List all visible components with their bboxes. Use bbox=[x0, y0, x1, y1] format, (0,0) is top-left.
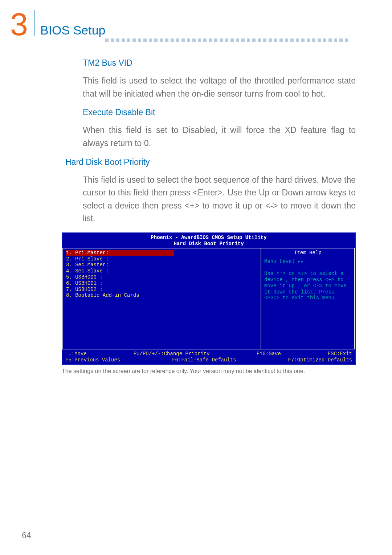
bios-footer-save: F10:Save bbox=[257, 351, 281, 357]
bios-footer: ↑↓:Move PU/PD/+/-:Change Priority F10:Sa… bbox=[62, 349, 355, 365]
bios-footer-change: PU/PD/+/-:Change Priority bbox=[134, 351, 210, 357]
paragraph-hdbp: This field is used to select the boot se… bbox=[83, 174, 356, 226]
bios-screenshot: Phoenix - AwardBIOS CMOS Setup Utility H… bbox=[62, 232, 356, 365]
bios-device-list: 1. Pri.Master: 2. Pri.Slave : 3. Sec.Mas… bbox=[63, 248, 261, 349]
bios-item: 7. USBHDD2 : bbox=[66, 287, 258, 293]
paragraph-tm2: This field is used to select the voltage… bbox=[83, 74, 356, 100]
bios-item-selected: 1. Pri.Master: bbox=[66, 250, 174, 256]
heading-tm2: TM2 Bus VID bbox=[83, 58, 356, 68]
heading-edb: Execute Disable Bit bbox=[83, 108, 356, 117]
bios-title-line1: Phoenix - AwardBIOS CMOS Setup Utility bbox=[62, 235, 355, 241]
paragraph-edb: When this field is set to Disabled, it w… bbox=[83, 124, 356, 150]
bios-title-line2: Hard Disk Boot Priority bbox=[62, 241, 355, 247]
bios-body: 1. Pri.Master: 2. Pri.Slave : 3. Sec.Mas… bbox=[62, 248, 355, 349]
heading-hdbp: Hard Disk Boot Priority bbox=[65, 157, 356, 167]
chapter-number: 3 bbox=[10, 11, 34, 38]
content-area: TM2 Bus VID This field is used to select… bbox=[65, 54, 356, 374]
bios-help-panel: Item Help Menu Level ▸▸ Use <↑> or <↓> t… bbox=[261, 248, 354, 349]
decorative-dots bbox=[105, 39, 370, 42]
bios-footer-exit: ESC:Exit bbox=[328, 351, 352, 357]
bios-footer-optimized: F7:Optimized Defaults bbox=[288, 357, 352, 363]
bios-item: 4. Sec.Slave : bbox=[66, 268, 258, 274]
bios-item: 5. USBHDD0 : bbox=[66, 274, 258, 280]
bios-item: 2. Pri.Slave : bbox=[66, 256, 258, 262]
bios-menu-level: Menu Level ▸▸ bbox=[264, 259, 351, 265]
chapter-header: 3 BIOS Setup bbox=[10, 11, 106, 38]
page-number: 64 bbox=[22, 531, 31, 540]
bios-help-text: Use <↑> or <↓> to select a device , then… bbox=[264, 271, 351, 301]
bios-item: 3. Sec.Master: bbox=[66, 262, 258, 268]
bios-title: Phoenix - AwardBIOS CMOS Setup Utility H… bbox=[62, 233, 355, 248]
bios-footer-prev: F5:Previous Values bbox=[65, 357, 120, 363]
section-title: BIOS Setup bbox=[40, 23, 106, 37]
bios-footer-move: ↑↓:Move bbox=[65, 351, 87, 357]
bios-item: 8. Bootable Add-in Cards bbox=[66, 292, 258, 299]
bios-item: 6. USBHDD1 : bbox=[66, 280, 258, 287]
figure-caption: The settings on the screen are for refer… bbox=[62, 368, 356, 374]
bios-help-title: Item Help bbox=[264, 250, 351, 257]
bios-footer-failsafe: F6:Fail-Safe Defaults bbox=[172, 357, 236, 363]
